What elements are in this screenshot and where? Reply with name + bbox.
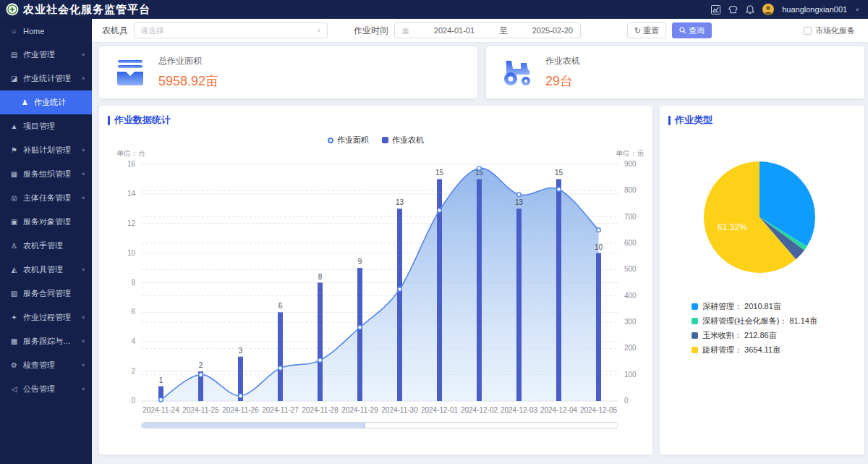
- combo-chart-legend: 作业面积作业农机: [99, 135, 652, 145]
- tractor-icon: [501, 57, 534, 88]
- sidebar-item-项目管理[interactable]: ▲项目管理: [0, 114, 92, 138]
- line-point: [477, 166, 482, 171]
- svg-text:900: 900: [624, 160, 637, 168]
- sidebar-item-补贴计划管理[interactable]: ⚑补贴计划管理∨: [0, 138, 92, 162]
- line-point: [517, 193, 522, 197]
- time-filter-label: 作业时间: [354, 25, 388, 37]
- task-icon: ◎: [9, 194, 19, 202]
- sidebar-item-服务合同管理[interactable]: ▧服务合同管理: [0, 282, 92, 305]
- x-axis-label: 2024-12-03: [501, 406, 538, 414]
- x-axis-label: 2024-11-25: [182, 406, 219, 414]
- pie-legend-text: 玉米收割： 212.86亩: [702, 330, 777, 341]
- calendar-icon: ▦: [402, 27, 409, 35]
- market-service-checkbox-row[interactable]: 市场化服务: [804, 25, 855, 36]
- sidebar-item-作业统计[interactable]: ♟作业统计: [0, 90, 92, 114]
- pie-legend-item-深耕管理(社会化服务)[interactable]: 深耕管理(社会化服务)： 81.14亩: [692, 316, 817, 326]
- square-marker-icon: [382, 137, 388, 143]
- bar: [516, 208, 522, 401]
- sidebar-item-公告管理[interactable]: ◁公告管理∨: [0, 377, 92, 401]
- bar: [357, 268, 362, 401]
- date-range-picker[interactable]: ▦ 2024-01-01 至 2025-02-20: [394, 22, 581, 38]
- user-menu-chevron-icon[interactable]: ∨: [855, 7, 859, 12]
- chevron-down-icon: ∨: [78, 172, 85, 177]
- svg-text:800: 800: [624, 186, 637, 194]
- bar: [318, 283, 323, 402]
- sidebar-item-label: 农机具管理: [23, 264, 63, 275]
- bar-value-label: 13: [515, 198, 524, 206]
- bell-icon[interactable]: [746, 5, 754, 14]
- total-area-card: 总作业面积 5958.92亩: [99, 46, 477, 98]
- datazoom-selected-range[interactable]: [142, 423, 365, 428]
- theme-icon[interactable]: [728, 5, 738, 14]
- bar: [556, 179, 561, 401]
- datazoom-slider[interactable]: [141, 422, 618, 429]
- svg-text:单位：台: 单位：台: [116, 149, 145, 157]
- svg-text:2: 2: [131, 367, 135, 375]
- audit-icon: ⚙: [9, 361, 19, 369]
- svg-text:600: 600: [624, 239, 637, 247]
- bar-value-label: 13: [396, 198, 404, 206]
- pie-legend-text: 深耕管理(社会化服务)： 81.14亩: [702, 316, 817, 326]
- sidebar-item-服务跟踪与评价管理[interactable]: ▩服务跟踪与评价管理∨: [0, 329, 92, 353]
- chevron-down-icon: ∨: [78, 315, 85, 320]
- line-point: [438, 208, 442, 213]
- pie-legend-item-深耕管理[interactable]: 深耕管理： 2010.81亩: [692, 301, 817, 312]
- sidebar-item-作业统计管理[interactable]: ◪作业统计管理∧: [0, 67, 92, 90]
- subsidy-icon: ⚑: [9, 146, 19, 154]
- sidebar-item-农机手管理[interactable]: ♙农机手管理: [0, 234, 92, 258]
- date-end-value[interactable]: 2025-02-20: [532, 26, 573, 35]
- pie-legend-item-玉米收割[interactable]: 玉米收割： 212.86亩: [692, 330, 817, 341]
- app-title: 农业社会化服务监管平台: [23, 3, 150, 17]
- reset-icon: ↻: [634, 26, 641, 35]
- date-start-value[interactable]: 2024-01-01: [434, 26, 475, 35]
- bar-value-label: 9: [358, 258, 362, 266]
- svg-text:100: 100: [624, 371, 637, 379]
- driver-icon: ♙: [9, 242, 19, 250]
- bar: [397, 208, 402, 401]
- sidebar-item-服务对象管理[interactable]: ▣服务对象管理: [0, 210, 92, 234]
- sidebar-item-主体任务管理[interactable]: ◎主体任务管理∨: [0, 186, 92, 210]
- pie-legend-item-旋耕管理[interactable]: 旋耕管理： 3654.11亩: [692, 345, 817, 355]
- sidebar-item-作业过程管理[interactable]: ✦作业过程管理∨: [0, 305, 92, 329]
- sidebar-item-作业管理[interactable]: ▤作业管理∨: [0, 43, 92, 67]
- x-axis-label: 2024-12-02: [461, 406, 498, 414]
- legend-item-作业面积[interactable]: 作业面积: [328, 135, 369, 145]
- search-button-label: 查询: [689, 25, 705, 36]
- sidebar-item-Home[interactable]: ⌂Home: [0, 19, 92, 43]
- line-point: [199, 373, 203, 377]
- sidebar-item-核查管理[interactable]: ⚙核查管理∨: [0, 353, 92, 377]
- search-button[interactable]: 查询: [672, 22, 712, 38]
- ring-marker-icon: [328, 138, 333, 143]
- username[interactable]: huanglongxian001: [782, 5, 847, 14]
- x-axis-label: 2024-11-24: [142, 406, 179, 414]
- legend-swatch-icon: [692, 303, 698, 310]
- stats-icon[interactable]: [711, 5, 720, 14]
- machine-count-label: 作业农机: [545, 55, 580, 67]
- sidebar-item-label: 作业过程管理: [23, 312, 71, 323]
- x-axis-label: 2024-11-28: [302, 406, 339, 414]
- avatar[interactable]: [762, 4, 774, 15]
- pie-slice-label: 61.32%: [718, 222, 747, 232]
- sidebar-item-label: 农机手管理: [23, 240, 63, 251]
- work-icon: ▤: [9, 51, 19, 59]
- svg-text:400: 400: [624, 292, 637, 300]
- svg-text:300: 300: [624, 318, 637, 326]
- sidebar-item-服务组织管理[interactable]: ▦服务组织管理∨: [0, 162, 92, 186]
- svg-text:10: 10: [127, 249, 136, 257]
- reset-button[interactable]: ↻ 重置: [627, 22, 666, 38]
- sidebar-item-label: 作业管理: [23, 49, 55, 60]
- machine-select[interactable]: 请选择 ∨: [134, 22, 328, 38]
- line-point: [239, 394, 243, 398]
- market-service-checkbox[interactable]: [804, 27, 812, 35]
- bar-value-label: 6: [278, 302, 283, 310]
- pie-legend-text: 深耕管理： 2010.81亩: [702, 301, 781, 312]
- svg-text:700: 700: [624, 213, 637, 221]
- legend-item-作业农机[interactable]: 作业农机: [382, 135, 424, 145]
- sidebar-item-label: 服务跟踪与评价管理: [23, 336, 78, 347]
- sidebar-item-农机具管理[interactable]: ◭农机具管理∨: [0, 258, 92, 282]
- sidebar-item-label: Home: [23, 27, 44, 35]
- line-point: [557, 187, 561, 192]
- bar-value-label: 15: [555, 169, 563, 177]
- main-content: 农机具 请选择 ∨ 作业时间 ▦ 2024-01-01 至 2025-02-20…: [92, 19, 868, 464]
- combo-chart: 1614121086420900800700600500400300200100…: [99, 145, 652, 421]
